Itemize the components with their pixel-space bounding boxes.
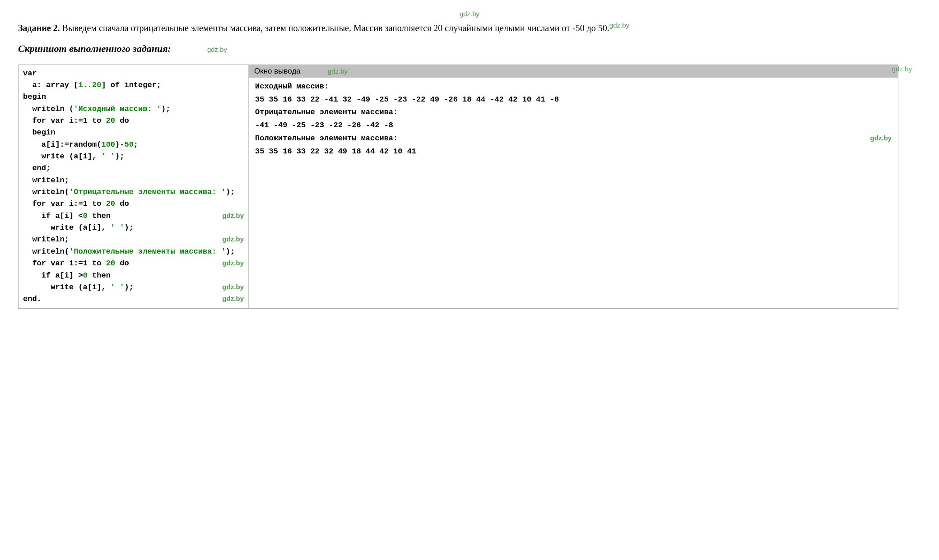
code-line-4: writeln ('Исходный массив: ');	[23, 103, 244, 115]
output-line-1: Исходный массив:	[255, 80, 892, 93]
inline-watermark-4: gdz.by	[223, 234, 244, 244]
code-line-14: write (a[i], ' ');	[23, 222, 244, 234]
code-line-3: begin	[23, 91, 244, 103]
code-line-5: for var i:=1 to 20 do	[23, 115, 244, 127]
code-line-18: if a[i] >0 then	[23, 270, 244, 282]
code-line-8: write (a[i], ' ');	[23, 151, 244, 162]
inline-watermark-1: gdz.by	[609, 21, 629, 29]
code-line-11: writeln('Отрицательные элементы массива:…	[23, 186, 244, 198]
output-line-3: Отрицательные элементы массива:	[255, 106, 892, 119]
code-line-2: a: array [1..20] of integer;	[23, 79, 244, 91]
output-line-4: -41 -49 -25 -23 -22 -26 -42 -8	[255, 119, 892, 132]
code-line-19: write (a[i], ' ');	[23, 282, 186, 293]
top-watermark: gdz.by	[460, 10, 479, 18]
code-line-13: if a[i] <0 then	[23, 210, 214, 222]
output-content: Исходный массив: 35 35 16 33 22 -41 32 -…	[249, 78, 898, 161]
code-line-7: a[i]:=random(100)-50;	[23, 139, 244, 151]
right-watermark-2: gdz.by	[892, 65, 912, 73]
code-line-9: end;	[23, 162, 244, 174]
code-line-16: writeln('Положительные элементы массива:…	[23, 246, 244, 258]
code-panel: var a: array [1..20] of integer; begin w…	[19, 65, 249, 308]
task-description: Задание 2. Выведем сначала отрицательные…	[18, 20, 876, 35]
inline-watermark-7: gdz.by	[223, 293, 244, 304]
code-line-15: writeln;	[23, 234, 205, 245]
code-line-10: writeln;	[23, 175, 244, 186]
code-line-17: for var i:=1 to 20 do	[23, 258, 214, 269]
output-title-bar: Окно вывода gdz.by	[249, 65, 898, 78]
code-line-1: var	[23, 68, 244, 79]
inline-watermark-6: gdz.by	[223, 282, 244, 292]
inline-watermark-8: gdz.by	[870, 132, 892, 144]
output-watermark: gdz.by	[328, 67, 348, 75]
screenshot-label: Скриншот выполненного задания:	[18, 43, 171, 55]
code-line-6: begin	[23, 127, 244, 139]
task-label: Задание 2.	[18, 23, 60, 33]
inline-watermark-3: gdz.by	[223, 210, 244, 221]
code-line-20: end.	[23, 293, 218, 305]
inline-watermark-2: gdz.by	[207, 46, 227, 53]
task-text: Выведем сначала отрицательные элементы м…	[60, 23, 609, 33]
code-line-12: for var i:=1 to 20 do	[23, 198, 244, 210]
output-title: Окно вывода	[254, 67, 301, 76]
output-panel: Окно вывода gdz.by Исходный массив: 35 3…	[249, 65, 898, 308]
inline-watermark-5: gdz.by	[223, 258, 244, 268]
output-line-5: Положительные элементы массива:	[255, 132, 852, 145]
content-area: var a: array [1..20] of integer; begin w…	[18, 65, 898, 309]
output-line-6: 35 35 16 33 22 32 49 18 44 42 10 41	[255, 145, 892, 158]
output-line-2: 35 35 16 33 22 -41 32 -49 -25 -23 -22 49…	[255, 93, 892, 106]
